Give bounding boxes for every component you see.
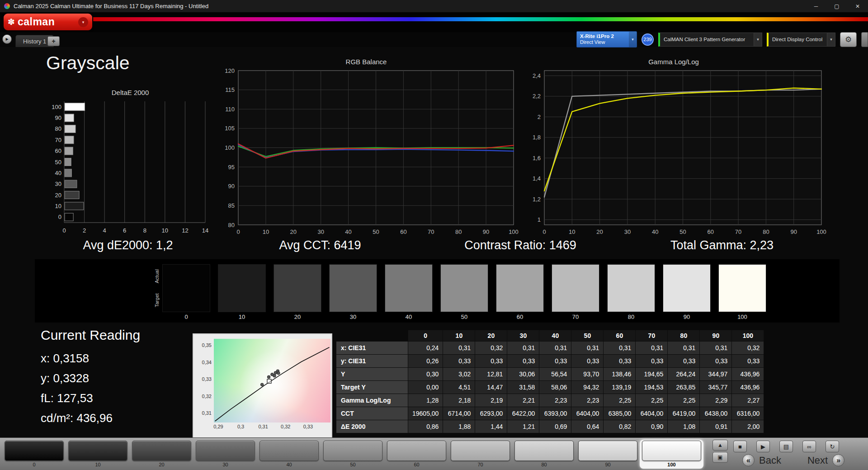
next-button[interactable]: » <box>832 454 844 466</box>
save-icon: ▤ <box>783 443 789 450</box>
current-reading-x: x: 0,3158 <box>41 352 140 365</box>
link-button[interactable]: ∞ <box>802 441 816 452</box>
pattern-button-0[interactable]: 0 <box>2 440 66 469</box>
pattern-window-button[interactable]: ▣ <box>712 452 728 463</box>
cie-y-tick: 0,31 <box>193 410 212 416</box>
table-cell: 263,85 <box>668 381 700 394</box>
cie-chromaticity-diagram: 0,310,320,330,340,350,290,30,310,320,33 <box>193 333 332 438</box>
table-cell: 2,18 <box>443 394 475 407</box>
table-cell: 0,33 <box>475 355 507 368</box>
table-cell: 0,30 <box>408 368 443 381</box>
table-cell: 436,96 <box>732 368 764 381</box>
table-cell: 93,70 <box>571 368 604 381</box>
svg-text:40: 40 <box>652 228 658 235</box>
svg-text:110: 110 <box>225 106 235 113</box>
svg-text:0: 0 <box>236 228 240 235</box>
swatch-patch <box>663 264 711 312</box>
pattern-swatch <box>323 441 382 461</box>
svg-text:85: 85 <box>228 202 235 209</box>
pattern-level-label: 20 <box>130 462 193 467</box>
calman-menu-button[interactable]: ✽ calman ▾ <box>4 14 92 30</box>
current-reading-cdm2: cd/m²: 436,96 <box>41 412 140 424</box>
table-cell: 56,54 <box>539 368 571 381</box>
edge-panel-button[interactable] <box>861 32 868 47</box>
svg-text:70: 70 <box>428 228 434 235</box>
cie-y-tick: 0,33 <box>193 376 212 382</box>
target-row-label: Target <box>154 288 161 312</box>
svg-text:20: 20 <box>596 228 603 235</box>
pattern-generator-dropdown[interactable]: CalMAN Client 3 Pattern Generator ▾ <box>658 33 762 47</box>
pattern-swatch <box>451 441 510 461</box>
refresh-button[interactable]: ↻ <box>826 441 839 452</box>
svg-text:50: 50 <box>55 159 61 166</box>
svg-text:40: 40 <box>345 228 351 235</box>
back-button[interactable]: « <box>742 454 755 466</box>
pattern-button-70[interactable]: 70 <box>448 440 512 469</box>
pattern-button-30[interactable]: 30 <box>193 440 257 469</box>
table-cell: 3,02 <box>443 368 475 381</box>
svg-text:2: 2 <box>83 227 86 234</box>
table-cell: 58,06 <box>539 381 571 394</box>
swatch-level-label: 100 <box>718 313 766 320</box>
svg-text:0: 0 <box>58 214 61 220</box>
stop-button[interactable]: ■ <box>733 441 747 452</box>
stat-contrast-ratio: Contrast Ratio: 1469 <box>464 238 576 252</box>
pattern-button-100[interactable]: 100 <box>640 440 703 469</box>
pattern-button-50[interactable]: 50 <box>321 440 385 469</box>
pattern-swatch <box>387 441 446 461</box>
svg-text:100: 100 <box>509 228 519 235</box>
pattern-generator-label: CalMAN Client 3 Pattern Generator <box>664 37 745 42</box>
swatch-level-label: 80 <box>607 313 655 320</box>
pattern-button-20[interactable]: 20 <box>130 440 193 469</box>
pattern-swatch <box>196 441 255 461</box>
svg-text:40: 40 <box>55 170 61 176</box>
swatch-patch <box>440 264 488 312</box>
layers-icon: ▣ <box>717 454 722 461</box>
collapse-panel-button[interactable]: ▲ <box>712 440 728 451</box>
table-cell: 6385,00 <box>604 407 636 420</box>
table-cell: 2,25 <box>604 394 636 407</box>
svg-text:80: 80 <box>228 222 235 228</box>
pattern-button-10[interactable]: 10 <box>66 440 130 469</box>
meter-dropdown[interactable]: X-Rite i1Pro 2 Direct View ▾ <box>576 31 637 47</box>
pattern-level-label: 40 <box>257 462 321 467</box>
display-control-dropdown[interactable]: Direct Display Control ▾ <box>767 33 835 47</box>
table-cell: 0,00 <box>408 381 443 394</box>
svg-text:100: 100 <box>225 144 235 151</box>
maximize-button[interactable]: ▢ <box>826 0 847 12</box>
svg-text:30: 30 <box>624 228 631 235</box>
chevron-down-icon: ▾ <box>827 33 835 46</box>
tab-scroll-button[interactable]: ▶ <box>2 34 12 44</box>
svg-text:2: 2 <box>538 114 541 120</box>
table-cell: 2,27 <box>732 394 764 407</box>
svg-text:100: 100 <box>816 228 826 235</box>
swatch-0: 0 <box>162 264 210 320</box>
play-button[interactable]: ▶ <box>756 441 770 452</box>
table-column-header: 0 <box>408 330 443 342</box>
swatch-80: 80 <box>607 264 655 320</box>
add-tab-button[interactable]: + <box>47 36 60 46</box>
pattern-level-label: 80 <box>512 462 576 467</box>
pattern-button-60[interactable]: 60 <box>385 440 448 469</box>
close-button[interactable]: ✕ <box>847 0 868 12</box>
current-reading-panel: Current Reading x: 0,3158 y: 0,3328 fL: … <box>41 328 140 432</box>
svg-text:10: 10 <box>569 228 575 235</box>
chevron-down-icon: ▾ <box>629 32 637 47</box>
swatch-patch <box>329 264 377 312</box>
toolbar: ✽ calman ▾ <box>0 12 868 32</box>
minimize-button[interactable]: ─ <box>806 0 826 12</box>
swatch-level-label: 70 <box>552 313 599 320</box>
pattern-button-90[interactable]: 90 <box>576 440 640 469</box>
table-cell: 0,31 <box>668 342 700 355</box>
pattern-swatch <box>514 441 574 461</box>
page-title: Grayscale <box>46 52 130 74</box>
save-button[interactable]: ▤ <box>779 441 793 452</box>
deltae-chart-plot: 024681012141009080706050403020100 <box>49 98 212 238</box>
pattern-button-80[interactable]: 80 <box>512 440 576 469</box>
table-cell: 6714,00 <box>443 407 475 420</box>
pattern-button-40[interactable]: 40 <box>257 440 321 469</box>
settings-button[interactable]: ⚙ <box>840 32 857 47</box>
table-cell: 0,64 <box>571 420 604 433</box>
swatch-100: 100 <box>718 264 766 320</box>
table-cell: 0,90 <box>636 420 668 433</box>
